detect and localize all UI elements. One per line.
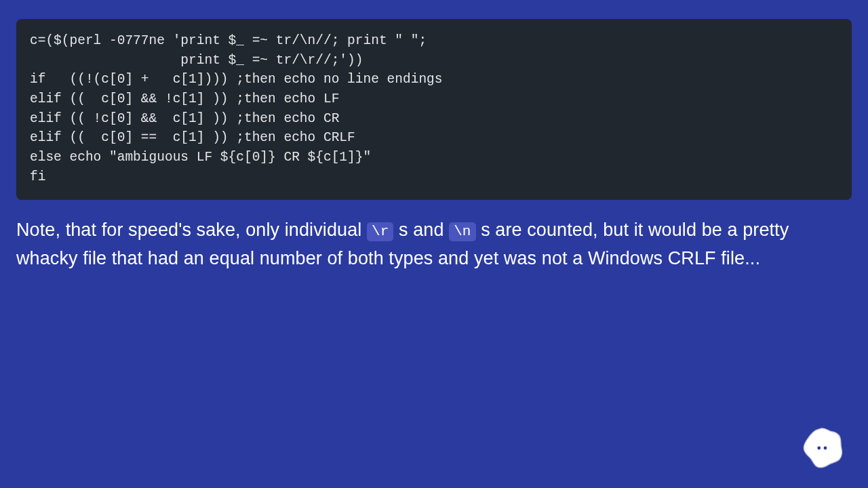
code-line: c=($(perl -0777ne 'print $_ =~ tr/\n//; … bbox=[30, 33, 427, 48]
code-text: c=($(perl -0777ne 'print $_ =~ tr/\n//; … bbox=[30, 31, 838, 186]
code-line: if ((!(c[0] + c[1]))) ;then echo no line… bbox=[30, 72, 443, 87]
svg-point-1 bbox=[824, 447, 827, 450]
code-line: elif (( c[0] == c[1] )) ;then echo CRLF bbox=[30, 130, 355, 145]
assistant-avatar[interactable] bbox=[800, 426, 845, 470]
note-text: s and bbox=[393, 220, 449, 240]
code-line: elif (( !c[0] && c[1] )) ;then echo CR bbox=[30, 111, 339, 126]
page-content: c=($(perl -0777ne 'print $_ =~ tr/\n//; … bbox=[0, 0, 868, 273]
code-line: elif (( c[0] && !c[1] )) ;then echo LF bbox=[30, 92, 339, 106]
note-text: Note, that for speed's sake, only indivi… bbox=[16, 220, 367, 240]
code-line: else echo "ambiguous LF ${c[0]} CR ${c[1… bbox=[30, 150, 371, 165]
inline-code-r: \r bbox=[367, 222, 393, 241]
code-line: print $_ =~ tr/\r//;')) bbox=[30, 53, 363, 68]
svg-point-0 bbox=[817, 447, 821, 450]
code-line: fi bbox=[30, 169, 45, 184]
blob-icon bbox=[800, 426, 845, 470]
code-block: c=($(perl -0777ne 'print $_ =~ tr/\n//; … bbox=[16, 19, 852, 200]
note-paragraph: Note, that for speed's sake, only indivi… bbox=[16, 216, 852, 273]
inline-code-n: \n bbox=[449, 222, 475, 241]
